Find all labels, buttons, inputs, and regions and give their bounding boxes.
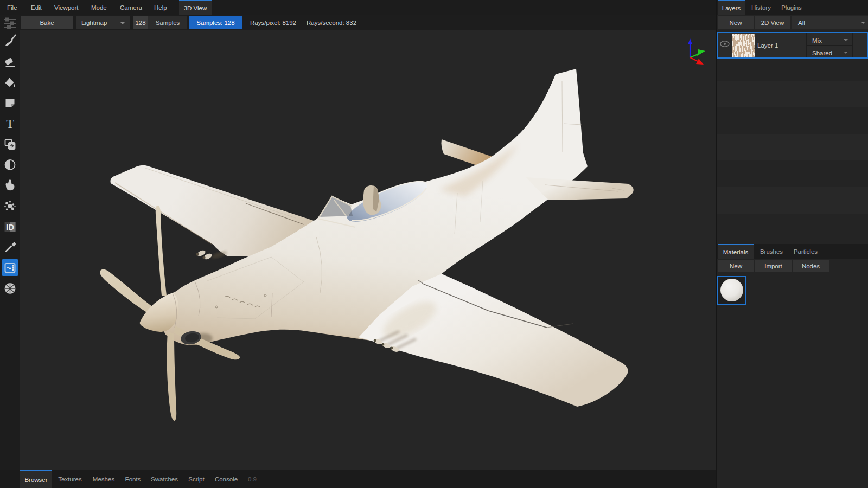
svg-text:ID: ID [6,222,14,232]
svg-text:T: T [6,117,14,131]
